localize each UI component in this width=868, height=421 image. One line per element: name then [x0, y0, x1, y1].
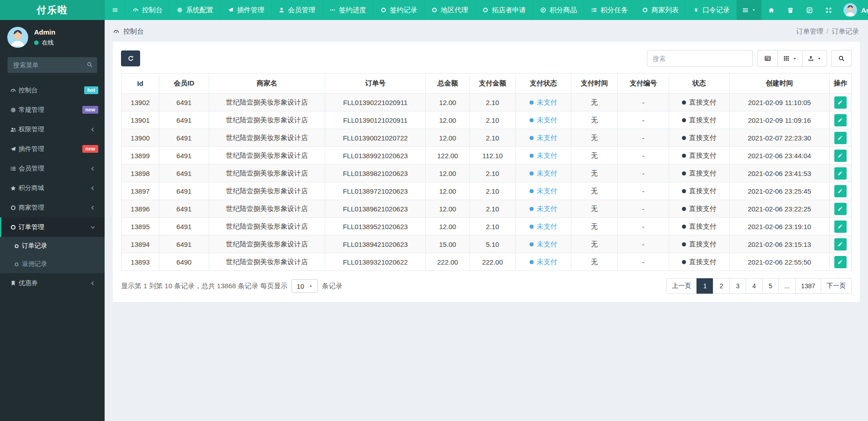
nav-item-label: 插件管理 — [237, 6, 264, 15]
angle-left-icon — [87, 165, 98, 172]
search-button[interactable] — [831, 50, 852, 67]
page-button-1387[interactable]: 1387 — [795, 278, 821, 294]
nav-item-system-config[interactable]: 系统配置 — [169, 0, 220, 20]
cell-order_no: FLL01389421020623 — [325, 236, 425, 253]
nav-item-points-goods[interactable]: P积分商品 — [533, 0, 584, 20]
edit-button[interactable] — [834, 238, 847, 251]
sidebar-item-points-mall[interactable]: 积分商城 — [0, 178, 105, 198]
pay-status-label[interactable]: 未支付 — [537, 169, 557, 177]
sidebar-item-merchant[interactable]: 商家管理 — [0, 198, 105, 217]
table-row: 138946491世纪陆壹捌美妆形象设计店FLL0138942102062315… — [121, 236, 852, 253]
sidebar-subitem-rebate-records[interactable]: 返佣记录 — [0, 255, 105, 273]
columns-button[interactable] — [777, 50, 802, 67]
page-button-2[interactable]: 2 — [713, 278, 730, 294]
nav-item-sign-progress[interactable]: 签约进度 — [322, 0, 373, 20]
export-button[interactable] — [802, 50, 827, 67]
edit-button[interactable] — [834, 96, 847, 109]
column-header: 创建时间 — [729, 74, 829, 94]
sidebar-item-addon[interactable]: 插件管理new — [0, 139, 105, 159]
list-icon — [591, 7, 597, 13]
app-button[interactable] — [800, 0, 819, 20]
nav-item-sign-records[interactable]: 签约记录 — [373, 0, 424, 20]
caret-up-icon — [308, 284, 313, 288]
toggle-view-button[interactable] — [757, 50, 778, 67]
caret-down-icon — [817, 56, 822, 61]
pay-status-label[interactable]: 未支付 — [537, 222, 557, 230]
sidebar-item-order[interactable]: 订单管理 — [0, 217, 105, 237]
nav-item-plugin-manage[interactable]: 插件管理 — [220, 0, 271, 20]
column-header: 操作 — [829, 74, 851, 94]
table-header-row: Id会员ID商家名订单号总金额支付金额支付状态支付时间支付编号状态创建时间操作 — [121, 74, 852, 94]
page-ellipsis-button[interactable]: ... — [778, 278, 796, 294]
cell-member_id: 6491 — [159, 111, 209, 129]
pcircle-icon: P — [540, 7, 546, 13]
navbar-user-menu[interactable]: Admin — [838, 3, 868, 17]
nav-item-dashboard[interactable]: 控制台 — [125, 0, 169, 20]
nav-item-toggle[interactable] — [105, 0, 125, 20]
next-page-button[interactable]: 下一页 — [821, 278, 852, 294]
sidebar-item-label: 积分商城 — [19, 184, 87, 192]
pay-status-label[interactable]: 未支付 — [537, 240, 557, 248]
nav-item-merchant-list[interactable]: 商家列表 — [635, 0, 686, 20]
page-button-3[interactable]: 3 — [729, 278, 746, 294]
sidebar-item-dashboard[interactable]: 控制台hot — [0, 80, 105, 100]
page-button-5[interactable]: 5 — [762, 278, 779, 294]
table-search-input[interactable] — [647, 50, 753, 67]
sidebar-item-general[interactable]: 常规管理new — [0, 100, 105, 120]
clear-cache-button[interactable] — [781, 0, 800, 20]
pencil-icon — [838, 206, 843, 211]
edit-button[interactable] — [834, 185, 847, 197]
cell-order_no: FLL01389721020623 — [325, 182, 425, 200]
badge-new: new — [82, 145, 98, 153]
edit-button[interactable] — [834, 167, 847, 180]
edit-button[interactable] — [834, 150, 847, 162]
cell-id: 13901 — [121, 111, 159, 129]
breadcrumb-parent[interactable]: 订单管理 — [796, 27, 823, 35]
cell-action — [829, 218, 851, 236]
page-button-1[interactable]: 1 — [696, 278, 713, 294]
sidebar-item-coupon[interactable]: 优惠券 — [0, 273, 105, 293]
cell-pay_status: 未支付 — [515, 111, 571, 129]
edit-button[interactable] — [834, 114, 847, 126]
breadcrumb-home[interactable]: 控制台 — [123, 27, 144, 36]
edit-button[interactable] — [834, 132, 847, 144]
orders-table-wrap: Id会员ID商家名订单号总金额支付金额支付状态支付时间支付编号状态创建时间操作 … — [121, 73, 852, 271]
prev-page-button[interactable]: 上一页 — [666, 278, 697, 294]
home-button[interactable] — [762, 0, 781, 20]
pay-status-label[interactable]: 未支付 — [537, 116, 557, 124]
pay-status-label[interactable]: 未支付 — [537, 258, 557, 266]
menu-dropdown-button[interactable] — [737, 0, 762, 20]
caret-down-icon — [792, 56, 797, 61]
cell-merchant: 世纪陆壹捌美妆形象设计店 — [209, 165, 325, 182]
nav-item-points-tasks[interactable]: 积分任务 — [584, 0, 635, 20]
pay-status-label[interactable]: 未支付 — [537, 151, 557, 159]
cell-action — [829, 200, 851, 218]
column-header: 总金额 — [426, 74, 469, 94]
ring-icon — [7, 224, 19, 231]
edit-button[interactable] — [834, 221, 847, 233]
nav-item-member-manage[interactable]: 会员管理 — [271, 0, 322, 20]
pay-status-label[interactable]: 未支付 — [537, 98, 557, 106]
nav-item-store-apply[interactable]: 拓店者申请 — [475, 0, 533, 20]
pay-status-label[interactable]: 未支付 — [537, 205, 557, 212]
sidebar-item-auth[interactable]: 权限管理 — [0, 120, 105, 139]
edit-button[interactable] — [834, 256, 847, 268]
sidebar-subitem-order-records[interactable]: 订单记录 — [0, 237, 105, 255]
pay-status-label[interactable]: 未支付 — [537, 187, 557, 195]
nav-item-region-agent[interactable]: 地区代理 — [424, 0, 475, 20]
user-avatar[interactable] — [7, 27, 28, 48]
pay-status-label[interactable]: 未支付 — [537, 134, 557, 141]
edit-button[interactable] — [834, 203, 847, 215]
per-page-select[interactable]: 10 — [292, 279, 318, 293]
brand-logo[interactable]: 付乐啦 — [0, 0, 105, 20]
sidebar-search-input[interactable] — [7, 57, 97, 73]
fullscreen-button[interactable] — [819, 0, 838, 20]
sidebar-item-member[interactable]: 会员管理 — [0, 159, 105, 178]
users-icon — [7, 126, 19, 133]
nav-item-password-records[interactable]: ¥口令记录 — [686, 0, 737, 20]
nav-item-label: 系统配置 — [186, 6, 213, 15]
refresh-button[interactable] — [121, 50, 140, 66]
cell-status: 直接支付 — [669, 218, 729, 236]
page-button-4[interactable]: 4 — [746, 278, 762, 294]
navbar-right: Admin — [737, 0, 868, 20]
